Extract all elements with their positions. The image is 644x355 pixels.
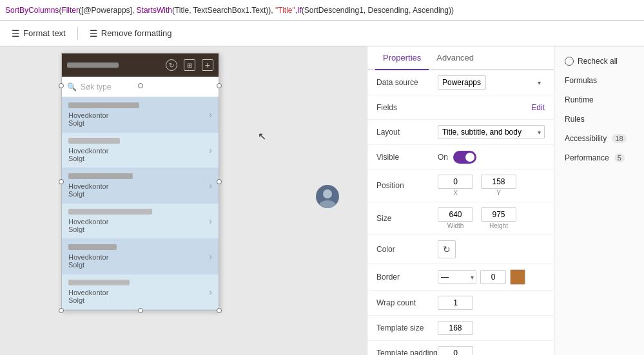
prop-color: Color ↻ [367,235,554,264]
prop-value-fields: Edit [438,103,545,112]
sidebar-item-runtime[interactable]: Runtime [554,90,644,110]
list-item[interactable]: Hovedkontor Solgt › [62,274,219,310]
list-item[interactable]: Hovedkontor Solgt › [62,97,219,133]
cursor-arrow: ↖ [258,130,266,142]
item-chevron-icon: › [209,287,212,297]
svg-point-0 [323,189,332,198]
prop-fields: Fields Edit [367,95,554,120]
list-item[interactable]: Hovedkontor Solgt › [62,239,219,274]
wrap-count-input[interactable] [438,296,473,310]
template-size-input[interactable] [438,321,473,335]
item-chevron-icon: › [209,180,212,191]
columns-icon[interactable]: ⊞ [184,59,195,71]
prop-value-template-size [438,321,545,335]
handle-bottom-left[interactable] [59,308,64,313]
canvas-area[interactable]: ↖ ↻ ⊞ + 🔍 Søk type [0,46,367,355]
svg-point-1 [319,200,336,208]
sidebar-item-recheck-all[interactable]: Recheck all [554,52,644,71]
handle-top-center[interactable] [138,83,143,88]
prop-visible: Visible On [367,145,554,169]
size-height-input[interactable] [481,207,516,222]
remove-formatting-label: Remove formatting [101,28,172,38]
prop-label-fields: Fields [376,103,438,112]
height-label: Height [489,222,508,229]
handle-top-left[interactable] [59,83,64,88]
color-picker-button[interactable]: ↻ [438,240,456,258]
refresh-icon[interactable]: ↻ [166,59,177,71]
properties-tabs: Properties Advanced [367,46,554,70]
x-label: X [453,189,458,197]
prop-template-size: Template size [367,316,554,341]
position-x-input[interactable] [438,175,473,189]
item-title-blur [68,280,130,285]
sidebar-item-performance[interactable]: Performance 5 [554,148,644,168]
prop-data-source: Data source Powerapps [367,70,554,95]
tab-properties[interactable]: Properties [375,46,429,70]
position-y-input[interactable] [481,175,516,189]
recheck-icon [565,57,574,66]
item-text: Hovedkontor Solgt [68,280,204,304]
prop-label-layout: Layout [376,128,438,137]
layout-select[interactable]: Title, subtitle, and body [438,125,545,139]
item-sub2: Solgt [68,261,204,269]
list-item[interactable]: Hovedkontor Solgt › [62,133,219,168]
toolbar: ☰ Format text ☰ Remove formatting [0,21,644,46]
item-text: Hovedkontor Solgt [68,209,204,233]
sidebar-item-formulas[interactable]: Formulas [554,71,644,90]
template-padding-input[interactable] [438,346,473,355]
fields-edit-link[interactable]: Edit [531,103,545,112]
right-sidebar: Recheck all Formulas Runtime Rules Acces… [554,46,644,355]
item-sub2: Solgt [68,296,204,304]
add-icon[interactable]: + [202,59,213,71]
remove-formatting-icon: ☰ [90,28,98,39]
toolbar-divider [77,27,78,40]
item-chevron-icon: › [209,110,212,120]
item-sub2: Solgt [68,155,204,162]
format-text-button[interactable]: ☰ Format text [5,25,72,42]
prop-value-size: Width Height [438,207,545,229]
handle-bottom-center[interactable] [138,308,143,313]
prop-value-data-source: Powerapps [438,75,545,90]
y-label: Y [496,189,501,197]
prop-template-padding: Template padding [367,341,554,355]
phone-header-icons: ↻ ⊞ + [166,59,213,71]
rules-label: Rules [565,115,585,124]
handle-middle-left[interactable] [59,179,64,184]
sidebar-item-rules[interactable]: Rules [554,110,644,129]
border-color-swatch[interactable] [510,269,525,285]
sidebar-item-accessibility[interactable]: Accessibility 18 [554,129,644,148]
handle-middle-right[interactable] [217,179,222,184]
prop-label-position: Position [376,181,438,190]
list-item[interactable]: Hovedkontor Solgt › [62,168,219,204]
border-width-input[interactable] [480,270,506,284]
item-sub2: Solgt [68,119,204,127]
prop-size: Size Width Height [367,202,554,235]
prop-value-border: — [438,269,545,285]
format-text-label: Format text [23,28,66,38]
item-chevron-icon: › [209,216,212,226]
item-title-blur [68,138,120,144]
data-source-select[interactable]: Powerapps [438,75,486,90]
size-height-group: Height [481,207,516,229]
remove-formatting-button[interactable]: ☰ Remove formatting [83,25,179,42]
item-text: Hovedkontor Solgt [68,102,204,127]
item-title-blur [68,209,152,215]
prop-position: Position X Y [367,169,554,202]
list-item[interactable]: Hovedkontor Solgt › [62,204,219,239]
prop-label-template-padding: Template padding [376,349,438,355]
item-text: Hovedkontor Solgt [68,244,204,269]
size-width-input[interactable] [438,207,473,222]
prop-value-template-padding [438,346,545,355]
width-label: Width [447,222,464,229]
visible-toggle[interactable] [453,151,476,164]
border-style-select[interactable]: — [438,270,476,284]
item-chevron-icon: › [209,145,212,155]
item-subtitle: Hovedkontor [68,218,204,225]
prop-label-template-size: Template size [376,323,438,332]
handle-bottom-right[interactable] [217,308,222,313]
tab-advanced[interactable]: Advanced [429,46,482,70]
handle-top-right[interactable] [217,83,222,88]
formula-text: SortByColumns(Filter([@Powerapps], Start… [5,6,454,15]
item-sub2: Solgt [68,225,204,233]
position-y-group: Y [481,175,516,197]
